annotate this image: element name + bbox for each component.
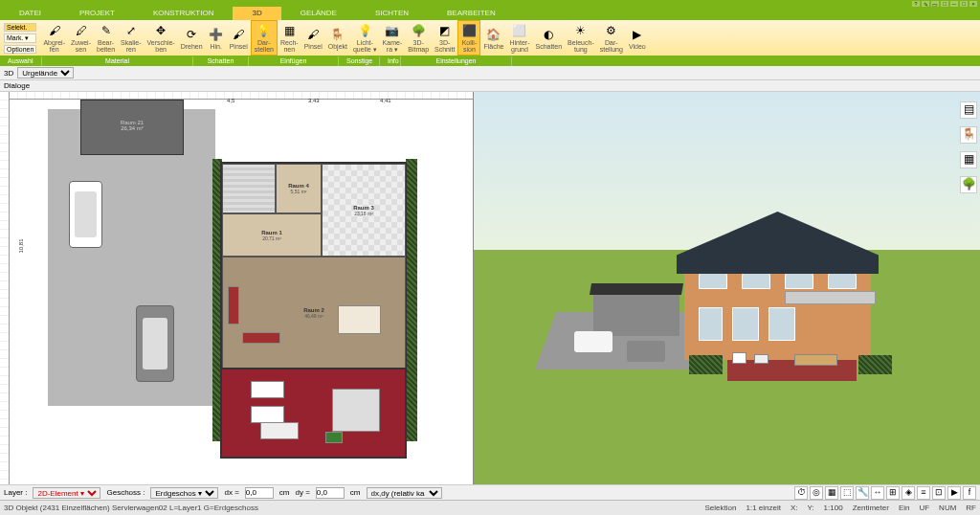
ribbon-bear-beiten[interactable]: ✎Bear- beiten (94, 20, 118, 56)
ribbon-icon: 🖊 (74, 23, 89, 38)
ribbon-dar-stellung[interactable]: ⚙Dar- stellung (597, 20, 626, 56)
bottom-tool-2[interactable]: ▦ (825, 486, 838, 500)
car-2d-1 (69, 181, 102, 248)
dim-top-2: 3,43 (308, 98, 320, 103)
group-material: Material (42, 56, 193, 66)
bottom-tool-7[interactable]: ◈ (902, 486, 915, 500)
tab-projekt[interactable]: PROJEKT (60, 7, 134, 20)
terrace-2d (220, 368, 407, 459)
mark-button[interactable]: Mark. ▾ (4, 34, 36, 43)
ribbon-zuwei-sen[interactable]: 🖊Zuwei- sen (68, 20, 94, 56)
terrain-select[interactable]: Urgelände (17, 67, 74, 78)
dim-top-1: 4,5 (227, 98, 234, 103)
bottom-tool-6[interactable]: ⊞ (886, 486, 900, 500)
ribbon-icon: 🖌 (231, 27, 246, 42)
patio-3d (727, 360, 857, 381)
bottom-tool-10[interactable]: ▶ (947, 486, 961, 500)
car-2d-2 (136, 305, 174, 382)
layers-tool-icon[interactable]: ▤ (960, 101, 977, 119)
ribbon-selection-group: Selekt. Mark. ▾ Optionen (0, 20, 40, 56)
dining-table (338, 305, 381, 334)
ribbon-pinsel[interactable]: 🖌Pinsel (227, 20, 251, 56)
bottom-tool-11[interactable]: f (963, 486, 976, 500)
title-help-icon[interactable]: ? (912, 1, 920, 7)
ribbon-video[interactable]: ▶Video (626, 20, 649, 56)
dy-input[interactable] (316, 487, 345, 499)
dialoge-panel[interactable]: Dialoge (0, 80, 980, 92)
title-edit-icon[interactable]: ✎ (922, 1, 929, 7)
layer-select[interactable]: 2D-Element ▾ (33, 487, 100, 499)
ribbon-kolli-sion[interactable]: ⬛Kolli- sion (457, 20, 480, 56)
side-tools: ▤ 🪑 ▦ 🌳 (960, 101, 977, 193)
status-object-info: 3D Objekt (2431 Einzelflächen) Servierwa… (4, 504, 258, 512)
ribbon-dar-stellen[interactable]: 💡Dar- stellen (251, 20, 278, 56)
maximize-icon[interactable]: □ (960, 1, 968, 7)
ribbon-beleuch-tung[interactable]: ☀Beleuch- tung (565, 20, 597, 56)
ribbon-groups: Auswahl Material Schatten Einfügen Sonst… (0, 56, 980, 66)
select-button[interactable]: Selekt. (4, 23, 36, 32)
tab-konstruktion[interactable]: KONSTRUKTION (134, 7, 234, 20)
ribbon-rech-nen[interactable]: ▦Rech- nen (278, 20, 301, 56)
status-scale2: 1:100 (824, 504, 843, 512)
bottom-toolbar: Layer : 2D-Element ▾ Geschoss : Erdgesch… (0, 484, 980, 500)
dim-left: 10,81 (18, 238, 24, 253)
ribbon-skalie-ren[interactable]: ⤢Skalie- ren (118, 20, 144, 56)
close-icon[interactable]: × (969, 1, 977, 7)
ribbon-fl-che[interactable]: 🏠Fläche (480, 20, 506, 56)
tab-sichten[interactable]: SICHTEN (356, 7, 428, 20)
mode-label: 3D (4, 69, 13, 78)
status-selection: Selektion (705, 504, 737, 512)
ribbon-verschie-ben[interactable]: ✥Verschie- ben (145, 20, 178, 56)
ribbon-hin-[interactable]: ➕Hin. (206, 20, 227, 56)
bottom-tool-8[interactable]: ≡ (917, 486, 930, 500)
ribbon-abgrei-fen[interactable]: 🖌Abgrei- fen (40, 20, 68, 56)
ribbon-icon: ✎ (99, 23, 114, 38)
tab-datei[interactable]: DATEI (0, 7, 60, 20)
bottom-tool-3[interactable]: ⬚ (840, 486, 854, 500)
workspace: Raum 21 26,34 m² Raum 45,51 m² Raum 120,… (0, 92, 980, 484)
status-y: Y: (807, 504, 813, 512)
ribbon-drehen[interactable]: ⟳Drehen (178, 20, 206, 56)
ribbon-kame-ra-[interactable]: 📷Kame- ra ▾ (380, 20, 406, 56)
ribbon-pinsel[interactable]: 🖌Pinsel (301, 20, 325, 56)
ribbon-icon: 🖌 (305, 27, 321, 42)
dim-top-3: 4,41 (380, 98, 391, 103)
bottom-tool-9[interactable]: ⊡ (932, 486, 946, 500)
geschoss-select[interactable]: Erdgeschos ▾ (150, 487, 218, 499)
layer-label: Layer : (4, 488, 27, 497)
ribbon-icon: 🪑 (330, 27, 345, 42)
ribbon-icon: 💡 (256, 23, 272, 38)
bottom-tool-1[interactable]: ◎ (810, 486, 823, 500)
ribbon-objekt[interactable]: 🪑Objekt (325, 20, 350, 56)
2d-floorplan-view[interactable]: Raum 21 26,34 m² Raum 45,51 m² Raum 120,… (0, 92, 474, 484)
bottom-tool-4[interactable]: 🔧 (856, 486, 869, 500)
status-uf: UF (919, 504, 929, 512)
ribbon-icon: 💡 (357, 23, 372, 38)
palette-tool-icon[interactable]: ▦ (960, 151, 977, 168)
tree-tool-icon[interactable]: 🌳 (960, 176, 977, 193)
ribbon-hinter-grund[interactable]: ⬜Hinter- grund (506, 20, 532, 56)
tab-bearbeiten[interactable]: BEARBEITEN (428, 7, 515, 20)
room3: Raum 323,18 m² (322, 164, 406, 257)
status-x: X: (791, 504, 798, 512)
title-win1-icon[interactable]: ▭ (931, 1, 939, 7)
ribbon-3d-bitmap[interactable]: 🌳3D- Bitmap (405, 20, 432, 56)
ribbon-3d-schnitt[interactable]: ◩3D- Schnitt (432, 20, 457, 56)
ribbon-icon: 📷 (385, 23, 400, 38)
tab-3d[interactable]: 3D (233, 7, 280, 20)
options-button[interactable]: Optionen (4, 45, 36, 54)
3d-render-view[interactable]: ▤ 🪑 ▦ 🌳 (474, 92, 980, 484)
ribbon-licht-quelle-[interactable]: 💡Licht- quelle ▾ (350, 20, 380, 56)
hedge-3d-right (858, 355, 892, 374)
dx-input[interactable] (245, 487, 274, 499)
minimize-icon[interactable]: ─ (950, 1, 958, 7)
bottom-tool-5[interactable]: ↔ (871, 486, 884, 500)
ribbon-schatten[interactable]: ◐Schatten (532, 20, 565, 56)
ribbon-icon: ⤢ (123, 23, 139, 38)
furniture-tool-icon[interactable]: 🪑 (960, 126, 977, 144)
ribbon-icon: ⬜ (512, 23, 527, 38)
title-win2-icon[interactable]: □ (941, 1, 948, 7)
bottom-tool-0[interactable]: ⏱ (794, 486, 808, 500)
coord-mode-select[interactable]: dx,dy (relativ ka (367, 487, 442, 499)
tab-gelaende[interactable]: GELÄNDE (281, 7, 356, 20)
